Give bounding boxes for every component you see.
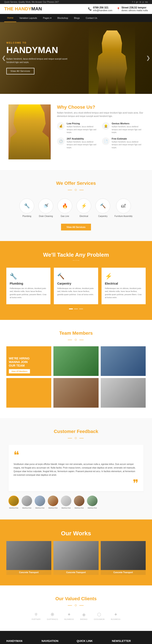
feedback-avatar-7: Martina Doe [87,496,98,509]
rss-icon[interactable]: rss [145,1,148,3]
footer-col4-title: NEWSLETTER [112,639,146,642]
avatar-1-name: Martina Doe [8,507,19,509]
avatar-2-name: Martina Doe [21,507,32,509]
team-member-4 [101,378,146,408]
hero-pre-title: WELCOME TO [6,42,146,44]
free-estimate-title: Free Estimate [112,138,144,140]
works-title: Our Works [6,530,146,537]
tackle-sub: — ○ — [6,259,146,261]
tackle-plumbing-icon: 🔧 [10,273,47,280]
client-logo-2: ❋ DARTBINCO [47,612,58,620]
linkedin-icon[interactable]: in [140,1,141,3]
facebook-icon[interactable]: f [132,1,133,3]
works-grid: Concrete Transport Concrete Transport Co… [6,541,146,575]
nav-item-pages[interactable]: Pages ▾ [40,14,54,22]
availability-text: Nullam hendrerit, lacus eleifend tempus … [67,140,99,149]
social-links[interactable]: f t g+ in p rss [132,1,148,3]
avatar-6-name: Martina Doe [74,507,84,509]
team-title: Team Members [6,330,146,336]
why-description: Nullam hendrerit, arcu elusit eleifend t… [57,111,144,118]
carousel-dot-1[interactable] [69,308,73,309]
address-sub: donec ultrices matta nulla [121,9,148,12]
nav-item-blogs[interactable]: Blogs [71,14,83,22]
member-3-photo [53,378,98,408]
avatar-7-photo [87,496,98,506]
services-title: We Offer Services [8,180,144,186]
low-pricing-text: Nullam hendrerit, lacus eleifend tempus … [67,125,99,134]
hero-section: ❮ WELCOME TO HANDYMAN Nullam hendrerit, … [0,22,152,94]
feedback-avatars: Martina Doe Martina Doe Martina Doe Mart… [8,496,144,509]
clients-section: Our Valued Clients — ○ — ⚜ PARTNER ❋ DAR… [0,586,152,631]
why-item-low-pricing: 💰 Low Pricing Nullam hendrerit, lacus el… [57,122,99,134]
footer-col-newsletter: NEWSLETTER → f t g+ in rss [112,639,146,644]
nav-item-contact[interactable]: Contact Us [83,14,100,22]
feedback-avatar-3: Martina Doe [35,496,45,509]
hero-cta-button[interactable]: View All Services [6,68,34,74]
electrical-icon: ⚡ [76,198,91,213]
hero-arrow-left[interactable]: ❮ [2,55,6,61]
why-item-availability: 🕐 24/7 Availability Nullam hendrerit, la… [57,138,99,149]
footer-col2-title: NAVIGATION [42,639,73,642]
view-all-services-button[interactable]: View All Services [61,224,91,230]
tackle-carpentry-title: Carpentry [57,282,95,285]
hero-title: HANDYMAN [6,45,146,55]
service-drain: 🚿 Drain Cleaning [38,198,53,217]
genius-workers-title: Genius Workers [112,122,144,125]
clients-dots: — ○ — [8,603,144,608]
tackle-title: We'll Tackle Any Problem [6,252,146,258]
drain-label: Drain Cleaning [39,215,53,217]
gas-icon: 🔥 [57,198,72,213]
footer-col-handyman: HANDYMAN Home About Us Services Team Mem… [6,639,37,644]
nav-item-home[interactable]: Home [4,14,16,22]
location-icon: 📍 [117,7,120,10]
footer-col1-title: HANDYMAN [6,639,37,642]
why-grid: 💰 Low Pricing Nullam hendrerit, lacus el… [57,122,144,149]
team-member-2 [101,346,146,376]
avatar-2-photo [21,496,32,506]
busibess2-icon: ✦ [111,612,120,617]
electrical-label: Electrical [80,215,88,217]
feedback-avatar-4: Martina Doe [48,496,58,509]
view-members-button[interactable]: View All Members [9,369,30,374]
plumbing-label: Plumbing [22,215,31,217]
carousel-dot-2[interactable] [74,308,78,309]
twitter-icon[interactable]: t [134,1,135,3]
carpentry-label: Carpentry [98,215,108,217]
client-logo-5: ⬡ OCEANBOB [94,612,105,620]
feedback-avatar-1: Martina Doe [8,496,19,509]
low-pricing-icon: 💰 [57,122,65,130]
feedback-title: Customer Feedback [8,429,144,434]
tackle-card-plumbing: 🔧 Plumbing Pellentesque nec mi ultrices,… [6,268,50,304]
partner-icon: ⚜ [32,612,40,617]
pinterest-icon[interactable]: p [143,1,144,3]
tackle-electrical-icon: ⚡ [105,273,142,280]
open-quote: ❝ [13,450,139,460]
feedback-avatar-2: Martina Doe [21,496,32,509]
services-dots: — ○ — [8,187,144,192]
free-estimate-text: Nullam hendrerit, lacus eleifend tempus … [112,140,144,149]
client-logo-4: ◈ BIENNO [80,612,88,620]
hero-arrow-right[interactable]: ❯ [146,55,150,61]
tackle-card-carpentry: 🔨 Carpentry Pellentesque nec mi ultrices… [54,268,98,304]
google-icon[interactable]: g+ [136,1,138,3]
address-main: Street 238,52 tempor [121,6,146,9]
logo[interactable]: THE HANDYMAN [4,6,42,11]
avatar-5-photo [61,496,71,506]
work-3-image: Concrete Transport [101,541,146,575]
nav-item-variation[interactable]: Variation Layouts [16,14,40,22]
hero-content: WELCOME TO HANDYMAN Nullam hendrerit, la… [0,33,152,83]
genius-workers-icon: 👷 [102,122,110,130]
phone-icon: 📞 [88,7,92,10]
header-contact: 📞 0789 256 321 info@handiee.com 📍 Street… [88,6,148,12]
bienno-icon: ◈ [80,612,88,617]
service-plumbing: 🔧 Plumbing [19,198,34,217]
footer-col-navigation: NAVIGATION Home About Us Services Team M… [42,639,73,644]
footer-grid: HANDYMAN Home About Us Services Team Mem… [6,639,146,644]
works-section: Our Works Concrete Transport Concrete Tr… [0,520,152,586]
nav-item-blockshop[interactable]: Blockshop [54,14,71,22]
carousel-dot-3[interactable] [79,308,83,309]
services-grid: 🔧 Plumbing 🚿 Drain Cleaning 🔥 Gas Line ⚡… [8,198,144,217]
phone-contact: 📞 0789 256 321 info@handiee.com [88,6,112,12]
drain-icon: 🚿 [38,198,53,213]
genius-workers-text: Nullam hendrerit, lacus eleifend tempus … [112,125,144,134]
